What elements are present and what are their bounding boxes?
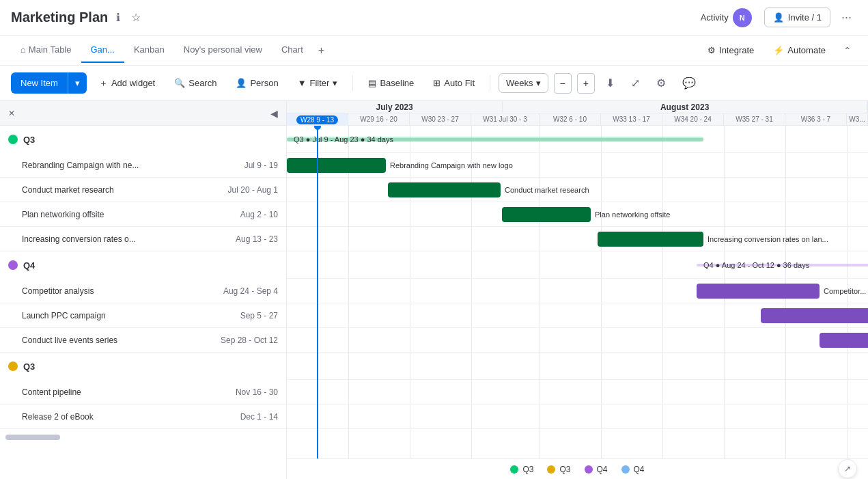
gantt-bar-label-competitor: Competitor... bbox=[824, 287, 866, 295]
weeks-selector[interactable]: Weeks ▾ bbox=[499, 73, 548, 93]
legend-label-q4-blue: Q4 bbox=[634, 465, 645, 474]
gantt-group-row-q3-gold bbox=[287, 353, 868, 380]
add-tab-button[interactable]: + bbox=[313, 39, 330, 62]
search-label: Search bbox=[188, 78, 216, 88]
new-item-button[interactable]: New Item ▾ bbox=[11, 72, 87, 94]
gantt-bar-conversion[interactable]: Increasing conversion rates on lan... bbox=[598, 232, 703, 247]
filter-button[interactable]: ▼ Filter ▾ bbox=[291, 74, 345, 92]
week-cell-w28: W28 9 - 13 bbox=[287, 113, 348, 126]
tab-chart-label: Chart bbox=[281, 44, 303, 55]
tab-main-table[interactable]: ⌂ Main Table bbox=[11, 38, 81, 63]
integrate-label: Integrate bbox=[719, 45, 754, 55]
auto-fit-icon: ⊞ bbox=[433, 78, 440, 88]
collapse-left-panel-btn[interactable]: ◀ bbox=[268, 105, 281, 122]
gantt-task-row-content bbox=[287, 380, 868, 405]
week-cell-w35: W35 27 - 31 bbox=[724, 113, 785, 126]
legend-dot-q4-purple bbox=[585, 465, 593, 474]
invite-label: Invite / 1 bbox=[788, 12, 822, 23]
gantt-task-row-ebook bbox=[287, 405, 868, 429]
add-widget-button[interactable]: ＋ Add widget bbox=[92, 73, 162, 94]
help-button[interactable]: 💬 bbox=[677, 72, 701, 94]
auto-fit-button[interactable]: ⊞ Auto Fit bbox=[426, 74, 481, 92]
tab-personal[interactable]: Noy's personal view bbox=[174, 38, 272, 63]
search-button[interactable]: 🔍 Search bbox=[167, 74, 223, 92]
week-cell-w32: W32 6 - 10 bbox=[540, 113, 601, 126]
gantt-task-row: Rebranding Campaign with new logo bbox=[287, 153, 868, 178]
info-icon-btn[interactable]: ℹ bbox=[113, 8, 123, 27]
activity-button[interactable]: Activity N bbox=[694, 4, 759, 31]
summary-label-q3: Q3 ● Jul 9 - Aug 23 ● 34 days bbox=[294, 135, 393, 143]
star-icon-btn[interactable]: ☆ bbox=[128, 8, 143, 27]
collapse-button[interactable]: ⌃ bbox=[838, 41, 857, 60]
avatar: N bbox=[733, 8, 752, 27]
activity-label: Activity bbox=[701, 12, 729, 23]
scroll-thumb[interactable] bbox=[5, 435, 60, 440]
header-right: Activity N 👤 Invite / 1 ··· bbox=[694, 4, 857, 31]
gantt-bar-events[interactable] bbox=[820, 333, 868, 348]
legend-label-q3-green: Q3 bbox=[522, 465, 533, 474]
gantt-months-row: July 2023 August 2023 bbox=[287, 101, 868, 113]
new-item-label: New Item bbox=[11, 72, 68, 94]
gantt-task-row: Plan networking offsite bbox=[287, 202, 868, 227]
person-button[interactable]: 👤 Person bbox=[229, 74, 285, 92]
task-row: Content pipeline Nov 16 - 30 bbox=[0, 380, 286, 405]
summary-label-q4: Q4 ● Aug 24 - Oct 12 ● 36 days bbox=[703, 261, 809, 269]
task-date: Jul 9 - 19 bbox=[244, 161, 278, 170]
more-options-button[interactable]: ··· bbox=[836, 6, 857, 29]
zoom-in-button[interactable]: + bbox=[577, 73, 595, 94]
gantt-bar-rebranding[interactable]: Rebranding Campaign with new logo bbox=[287, 158, 386, 173]
week-cell-w29: W29 16 - 20 bbox=[348, 113, 410, 126]
resize-handle[interactable]: ↗ bbox=[838, 459, 857, 478]
add-widget-label: Add widget bbox=[111, 78, 155, 88]
invite-icon: 👤 bbox=[773, 12, 784, 23]
week-cell-w34: W34 20 - 24 bbox=[662, 113, 724, 126]
integrate-button[interactable]: ⚙ Integrate bbox=[701, 41, 761, 59]
tab-kanban[interactable]: Kanban bbox=[124, 38, 174, 63]
zoom-out-button[interactable]: − bbox=[554, 73, 572, 94]
group-label-q3-gold: Q3 bbox=[23, 361, 35, 372]
task-date: Aug 24 - Sep 4 bbox=[223, 286, 278, 296]
task-name: Plan networking offsite bbox=[22, 210, 240, 219]
tab-chart[interactable]: Chart bbox=[272, 38, 313, 63]
task-row: Increasing conversion rates o... Aug 13 … bbox=[0, 227, 286, 251]
legend-dot-q4-blue bbox=[621, 465, 630, 474]
automate-button[interactable]: ⚡ Automate bbox=[766, 41, 832, 59]
close-left-panel-btn[interactable]: ✕ bbox=[5, 106, 18, 121]
tab-kanban-label: Kanban bbox=[134, 44, 165, 55]
toolbar-divider-1 bbox=[352, 75, 353, 92]
gantt-bar-networking[interactable]: Plan networking offsite bbox=[502, 207, 591, 222]
search-icon: 🔍 bbox=[174, 78, 185, 88]
integrate-icon: ⚙ bbox=[708, 45, 716, 55]
gantt-panel: July 2023 August 2023 W28 9 - 13 W29 16 … bbox=[287, 101, 868, 479]
gantt-bar-competitor[interactable]: Competitor... bbox=[697, 284, 820, 299]
legend-q3-green: Q3 bbox=[510, 465, 533, 474]
task-date: Sep 5 - 27 bbox=[240, 311, 278, 320]
baseline-icon: ▤ bbox=[368, 78, 376, 88]
gantt-bar-market-research[interactable]: Conduct market research bbox=[388, 182, 501, 197]
gantt-legend: Q3 Q3 Q4 Q4 ↗ bbox=[287, 459, 868, 479]
group-header-q3-gold[interactable]: Q3 bbox=[0, 353, 286, 380]
automate-icon: ⚡ bbox=[773, 45, 784, 55]
settings-button[interactable]: ⚙ bbox=[651, 72, 671, 94]
person-icon: 👤 bbox=[236, 78, 247, 88]
add-widget-icon: ＋ bbox=[99, 77, 108, 90]
baseline-button[interactable]: ▤ Baseline bbox=[361, 74, 421, 92]
download-button[interactable]: ⬇ bbox=[600, 72, 620, 94]
left-panel-header: ✕ ◀ bbox=[0, 101, 286, 126]
task-name: Increasing conversion rates o... bbox=[22, 234, 236, 244]
tab-main-table-label: Main Table bbox=[29, 44, 72, 55]
app-title: Marketing Plan bbox=[11, 10, 108, 25]
tab-gantt[interactable]: Gan... bbox=[81, 38, 124, 63]
fullscreen-button[interactable]: ⤢ bbox=[626, 72, 645, 94]
legend-q4-purple: Q4 bbox=[585, 465, 608, 474]
group-header-q4-purple[interactable]: Q4 bbox=[0, 251, 286, 279]
task-date: Aug 13 - 23 bbox=[236, 234, 278, 244]
task-date: Nov 16 - 30 bbox=[236, 387, 278, 397]
group-dot-q3-green bbox=[8, 135, 18, 144]
new-item-dropdown-arrow[interactable]: ▾ bbox=[68, 72, 87, 94]
invite-button[interactable]: 👤 Invite / 1 bbox=[764, 8, 830, 27]
week-cell-w31: W31 Jul 30 - 3 bbox=[471, 113, 540, 126]
gantt-bar-ppc[interactable] bbox=[761, 308, 868, 323]
group-header-q3-green[interactable]: Q3 bbox=[0, 126, 286, 153]
task-row: Conduct live events series Sep 28 - Oct … bbox=[0, 328, 286, 353]
